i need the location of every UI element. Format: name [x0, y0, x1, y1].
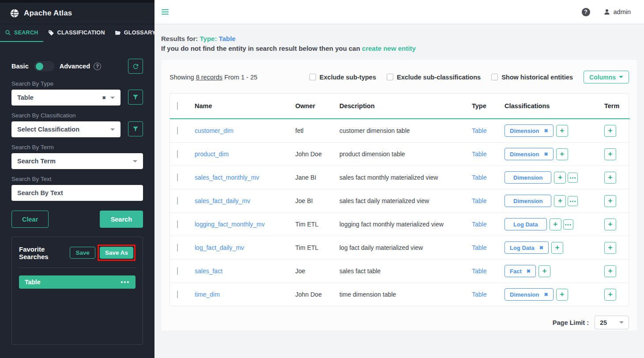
columns-button[interactable]: Columns [584, 71, 629, 83]
entity-name-link[interactable]: sales_fact [195, 268, 222, 275]
row-checkbox[interactable] [177, 173, 178, 181]
show-historical-checkbox[interactable] [491, 74, 498, 80]
add-term-button[interactable]: + [604, 265, 616, 277]
help-icon[interactable]: ? [582, 8, 590, 16]
add-classification-button[interactable]: + [554, 195, 566, 207]
search-by-term-value: Search Term [17, 158, 133, 165]
entity-name-link[interactable]: logging_fact_monthly_mv [195, 221, 265, 228]
more-classifications-button[interactable]: ●●● [568, 196, 578, 206]
row-checkbox[interactable] [177, 127, 178, 135]
remove-classification-icon[interactable]: ✖ [527, 268, 531, 274]
header-description[interactable]: Description [336, 94, 468, 119]
row-checkbox[interactable] [177, 267, 178, 275]
row-checkbox[interactable] [177, 244, 178, 252]
entity-name-link[interactable]: sales_fact_daily_mv [195, 197, 250, 204]
add-term-button[interactable]: + [604, 289, 616, 301]
header-name[interactable]: Name [191, 94, 292, 119]
classification-badge[interactable]: Fact✖ [505, 265, 536, 277]
add-classification-button[interactable]: + [556, 148, 568, 160]
entity-type-link[interactable]: Table [472, 174, 486, 181]
save-button[interactable]: Save [70, 247, 95, 259]
add-term-button[interactable]: + [604, 125, 616, 137]
add-classification-button[interactable]: + [554, 172, 566, 184]
add-term-button[interactable]: + [604, 242, 616, 254]
row-checkbox[interactable] [177, 290, 178, 298]
search-by-type-select[interactable]: Table ✖ [11, 90, 121, 106]
row-checkbox[interactable] [177, 150, 178, 158]
add-classification-button[interactable]: + [551, 242, 563, 254]
refresh-button[interactable] [128, 59, 143, 74]
create-new-entity-link[interactable]: create new entity [362, 45, 416, 52]
classification-badge[interactable]: Dimension✖ [505, 148, 554, 160]
tab-glossary[interactable]: GLOSSARY [110, 24, 161, 42]
entity-name-link[interactable]: product_dim [195, 151, 229, 158]
header-type[interactable]: Type [468, 94, 501, 119]
add-classification-button[interactable]: + [556, 289, 568, 301]
classification-badge[interactable]: Log Data✖ [505, 241, 549, 254]
search-by-term-select[interactable]: Search Term [11, 153, 143, 169]
classification-badge[interactable]: Dimension✖ [505, 288, 554, 301]
basic-advanced-toggle[interactable] [34, 61, 54, 71]
clear-type-icon[interactable]: ✖ [102, 95, 106, 100]
entity-name-link[interactable]: customer_dim [195, 127, 233, 134]
add-term-button[interactable]: + [604, 195, 616, 207]
entity-type-link[interactable]: Table [472, 268, 486, 275]
classification-badge[interactable]: Dimension [505, 195, 551, 207]
add-term-button[interactable]: + [604, 148, 616, 160]
exclude-subtypes-checkbox[interactable] [309, 74, 316, 80]
tab-classification[interactable]: CLASSIFICATION [43, 24, 110, 42]
remove-classification-icon[interactable]: ✖ [544, 128, 548, 134]
classification-attribute-filter-button[interactable] [128, 121, 143, 136]
save-as-button[interactable]: Save As [100, 247, 133, 259]
entity-type-link[interactable]: Table [472, 197, 486, 204]
type-attribute-filter-button[interactable] [128, 90, 143, 105]
user-menu[interactable]: admin [603, 8, 631, 15]
entity-type-link[interactable]: Table [472, 244, 486, 251]
hamburger-menu-icon[interactable] [162, 8, 169, 16]
select-all-checkbox[interactable] [177, 102, 178, 110]
classification-label: Dimension [513, 174, 542, 181]
classification-label: Fact [510, 268, 522, 275]
add-classification-button[interactable]: + [539, 265, 550, 277]
row-checkbox[interactable] [177, 220, 178, 228]
search-by-text-input[interactable] [11, 185, 143, 201]
owner-cell: Tim ETL [292, 213, 336, 236]
remove-classification-icon[interactable]: ✖ [544, 292, 548, 298]
add-classification-button[interactable]: + [556, 125, 568, 137]
records-count-link[interactable]: 8 records [196, 74, 222, 81]
remove-classification-icon[interactable]: ✖ [539, 245, 543, 251]
clear-button[interactable]: Clear [11, 211, 49, 228]
classification-badge[interactable]: Dimension✖ [505, 124, 554, 137]
favorite-search-label: Table [25, 279, 41, 286]
entity-type-link[interactable]: Table [472, 291, 486, 298]
more-classifications-button[interactable]: ●●● [563, 219, 573, 230]
entity-name-link[interactable]: sales_fact_monthly_mv [195, 174, 259, 181]
search-panel: Basic Advanced ? Search By Type Table ✖ … [0, 42, 154, 358]
search-by-classification-select[interactable]: Select Classification [11, 121, 121, 137]
results-for-line: Results for: Type: Table [161, 35, 637, 42]
exclude-subclassifications-checkbox[interactable] [387, 74, 393, 80]
add-term-button[interactable]: + [604, 219, 616, 230]
classification-badge[interactable]: Dimension [505, 171, 551, 184]
app-title: Apache Atlas [24, 9, 72, 18]
entity-type-link[interactable]: Table [472, 221, 486, 228]
ellipsis-menu-icon[interactable]: ●●● [121, 280, 130, 284]
header-owner[interactable]: Owner [292, 94, 336, 119]
entity-name-link[interactable]: time_dim [195, 291, 220, 298]
entity-name-link[interactable]: log_fact_daily_mv [195, 244, 244, 251]
favorite-search-item[interactable]: Table ●●● [19, 275, 136, 289]
add-classification-button[interactable]: + [550, 219, 561, 230]
header-classifications: Classifications [501, 94, 601, 119]
more-classifications-button[interactable]: ●●● [568, 173, 578, 183]
remove-classification-icon[interactable]: ✖ [544, 151, 548, 157]
page-limit-select[interactable]: 25 [595, 316, 629, 329]
row-checkbox[interactable] [177, 197, 178, 205]
tab-search[interactable]: SEARCH [0, 24, 43, 42]
help-question-icon[interactable]: ? [94, 63, 101, 70]
entity-type-link[interactable]: Table [472, 151, 486, 158]
search-button[interactable]: Search [100, 211, 143, 228]
classification-badge[interactable]: Log Data [505, 218, 547, 230]
add-term-button[interactable]: + [604, 172, 616, 184]
entity-type-link[interactable]: Table [472, 127, 486, 134]
description-cell: product dimension table [336, 143, 468, 166]
